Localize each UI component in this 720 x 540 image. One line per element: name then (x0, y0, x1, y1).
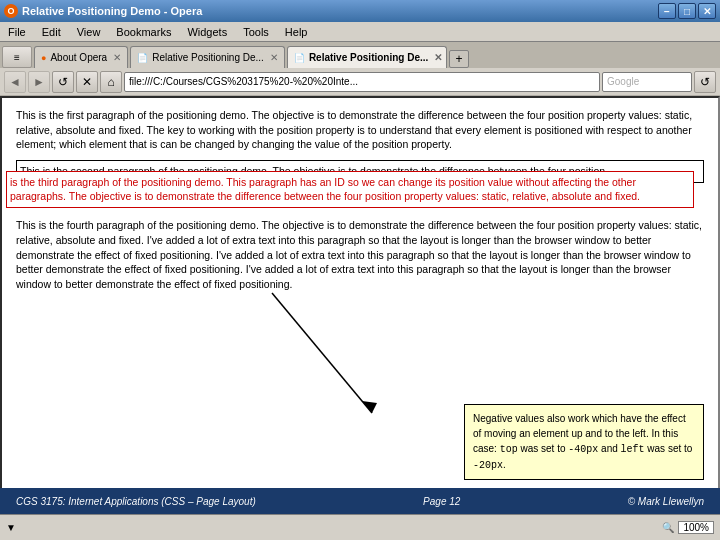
search-placeholder: Google (607, 76, 639, 87)
tab-relative-1-label: Relative Positioning De... (152, 52, 264, 63)
forward-button[interactable]: ► (28, 71, 50, 93)
tab-about-opera[interactable]: ● About Opera ✕ (34, 46, 128, 68)
footer-left: CGS 3175: Internet Applications (CSS – P… (16, 496, 256, 507)
window-controls: − □ ✕ (658, 3, 716, 19)
menu-bar: File Edit View Bookmarks Widgets Tools H… (0, 22, 720, 42)
tab-relative-2[interactable]: 📄 Relative Positioning De... ✕ (287, 46, 447, 68)
page-content: This is the first paragraph of the posit… (2, 98, 718, 320)
status-zoom: 100% (678, 521, 714, 534)
nav-extra-button[interactable]: ↺ (694, 71, 716, 93)
window-title: Relative Positioning Demo - Opera (22, 5, 202, 17)
minimize-button[interactable]: − (658, 3, 676, 19)
svg-marker-1 (362, 401, 377, 413)
stop-button[interactable]: ✕ (76, 71, 98, 93)
tab-relative-1-close[interactable]: ✕ (270, 52, 278, 63)
back-button[interactable]: ◄ (4, 71, 26, 93)
paragraph-4-text: This is the fourth paragraph of the posi… (16, 219, 702, 290)
close-button[interactable]: ✕ (698, 3, 716, 19)
tab-bar: ≡ ● About Opera ✕ 📄 Relative Positioning… (0, 42, 720, 68)
tab-relative-2-close[interactable]: ✕ (434, 52, 442, 63)
search-bar[interactable]: Google (602, 72, 692, 92)
menu-widgets[interactable]: Widgets (183, 25, 231, 39)
paragraph-3: is the third paragraph of the positionin… (6, 171, 694, 208)
content-area: This is the first paragraph of the posit… (0, 96, 720, 514)
menu-help[interactable]: Help (281, 25, 312, 39)
paragraph-4: This is the fourth paragraph of the posi… (16, 218, 704, 291)
tooltip-box: Negative values also work which have the… (464, 404, 704, 480)
paragraph-1-text: This is the first paragraph of the posit… (16, 109, 692, 150)
address-bar[interactable]: file:///C:/Courses/CGS%203175%20-%20%20I… (124, 72, 600, 92)
paragraph-1: This is the first paragraph of the posit… (16, 108, 704, 152)
status-left: ▼ (6, 522, 16, 533)
nav-bar: ◄ ► ↺ ✕ ⌂ file:///C:/Courses/CGS%203175%… (0, 68, 720, 96)
menu-edit[interactable]: Edit (38, 25, 65, 39)
menu-tools[interactable]: Tools (239, 25, 273, 39)
status-right: 🔍 100% (662, 521, 714, 534)
paragraph-3-text: is the third paragraph of the positionin… (10, 176, 640, 203)
sidebar-toggle-button[interactable]: ≡ (2, 46, 32, 68)
status-icon: ▼ (6, 522, 16, 533)
status-bar: ▼ 🔍 100% (0, 514, 720, 540)
maximize-button[interactable]: □ (678, 3, 696, 19)
menu-file[interactable]: File (4, 25, 30, 39)
footer-bar: CGS 3175: Internet Applications (CSS – P… (0, 488, 720, 514)
tab-relative-1[interactable]: 📄 Relative Positioning De... ✕ (130, 46, 285, 68)
reload-button[interactable]: ↺ (52, 71, 74, 93)
status-zoom-icon: 🔍 (662, 522, 674, 533)
menu-view[interactable]: View (73, 25, 105, 39)
tab-about-opera-label: About Opera (50, 52, 107, 63)
tooltip-text: Negative values also work which have the… (473, 413, 692, 470)
tab-relative-2-label: Relative Positioning De... (309, 52, 428, 63)
title-bar: O Relative Positioning Demo - Opera − □ … (0, 0, 720, 22)
address-text: file:///C:/Courses/CGS%203175%20-%20%20I… (129, 76, 358, 87)
opera-title-icon: O (4, 4, 18, 18)
tab-about-opera-close[interactable]: ✕ (113, 52, 121, 63)
home-button[interactable]: ⌂ (100, 71, 122, 93)
footer-right: © Mark Llewellyn (628, 496, 704, 507)
new-tab-button[interactable]: + (449, 50, 469, 68)
footer-center: Page 12 (423, 496, 460, 507)
title-bar-left: O Relative Positioning Demo - Opera (4, 4, 202, 18)
menu-bookmarks[interactable]: Bookmarks (112, 25, 175, 39)
